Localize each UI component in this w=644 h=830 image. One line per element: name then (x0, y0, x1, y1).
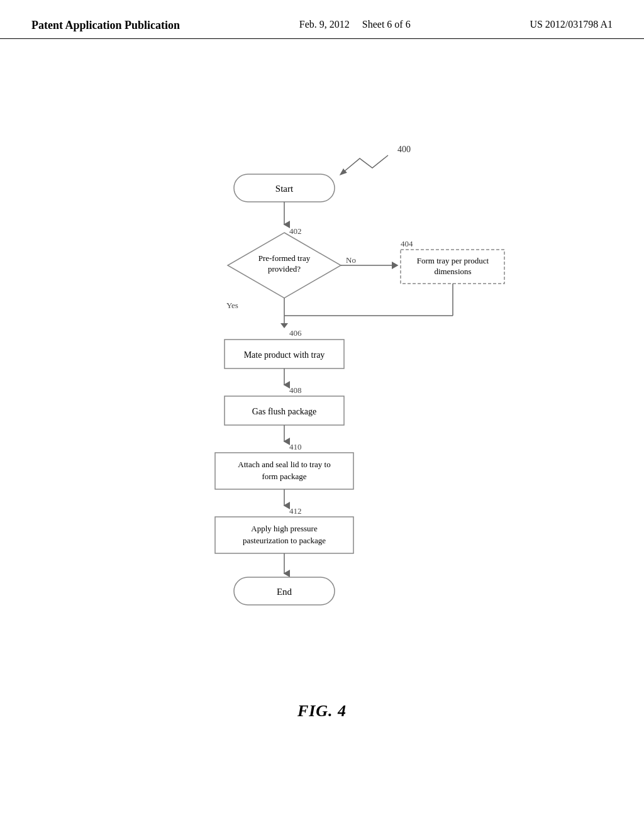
rect-404-text1: Form tray per product (417, 256, 489, 265)
publication-date: Feb. 9, 2012 (299, 19, 350, 30)
ref-410-label: 410 (289, 442, 302, 451)
ref-402-label: 402 (289, 226, 302, 236)
rect-412-text1: Apply high pressure (251, 524, 318, 533)
publication-date-sheet: Feb. 9, 2012 Sheet 6 of 6 (299, 19, 411, 30)
diamond-402-text2: provided? (268, 264, 301, 274)
ref-412-label: 412 (289, 506, 302, 516)
rect-404-text2: dimensions (434, 267, 471, 276)
ref-404-label: 404 (401, 239, 413, 248)
figure-label: FIG. 4 (297, 702, 347, 721)
ref-406-label: 406 (289, 328, 302, 338)
no-label: No (346, 255, 356, 265)
yes-label: Yes (226, 301, 238, 310)
publication-number: US 2012/031798 A1 (530, 19, 613, 30)
rect-412-text2: pasteurization to package (243, 536, 326, 545)
rect-410 (215, 453, 353, 489)
ref-400: 400 (397, 145, 411, 154)
start-label: Start (275, 184, 294, 194)
arrow-406 (280, 323, 288, 328)
publication-title: Patent Application Publication (31, 19, 180, 32)
rect-406-text: Mate product with tray (244, 350, 325, 360)
sheet-info: Sheet 6 of 6 (362, 19, 411, 30)
diamond-402-text1: Pre-formed tray (258, 253, 311, 263)
flowchart-svg: 400 Start (127, 77, 517, 674)
main-content: 400 Start (0, 39, 644, 746)
rect-410-text2: form package (262, 472, 306, 481)
ref-408-label: 408 (289, 385, 302, 395)
rect-408-text: Gas flush package (252, 407, 317, 416)
end-label: End (277, 587, 292, 597)
rect-410-text1: Attach and seal lid to tray to (238, 460, 330, 469)
rect-412 (215, 517, 353, 553)
ref-400-line (341, 155, 388, 174)
page-header: Patent Application Publication Feb. 9, 2… (0, 0, 644, 39)
flowchart-wrapper: 400 Start (127, 77, 517, 677)
